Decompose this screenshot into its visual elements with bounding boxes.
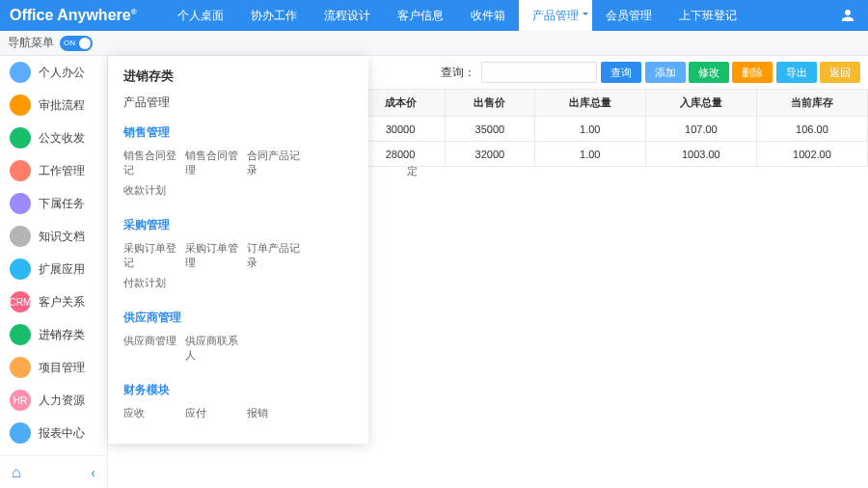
dropdown-link[interactable]: 供应商联系人 <box>185 334 247 363</box>
table-header: 出售价 <box>445 90 534 117</box>
dropdown-title: 进销存类 <box>123 68 353 85</box>
dropdown-link[interactable]: 合同产品记录 <box>247 149 309 177</box>
sidebar-item[interactable]: 工作管理 <box>0 154 107 187</box>
stray-text: 定 <box>407 164 418 178</box>
sidebar-item-icon <box>10 62 31 83</box>
product-dropdown-menu: 进销存类 产品管理 销售管理销售合同登记销售合同管理合同产品记录收款计划采购管理… <box>108 56 368 444</box>
sidebar-item[interactable]: HR人力资源 <box>0 384 107 417</box>
collapse-icon[interactable]: ‹ <box>91 465 95 480</box>
sidebar-item-icon <box>10 95 31 116</box>
topnav-item[interactable]: 流程设计 <box>311 0 384 31</box>
topnav: 个人桌面协办工作流程设计客户信息收件箱产品管理会员管理上下班登记 <box>164 0 837 31</box>
sidebar-item-icon <box>10 324 31 345</box>
user-icon[interactable] <box>837 5 858 26</box>
dropdown-link[interactable]: 采购订单管理 <box>185 241 247 270</box>
sidebar-item-label: 下属任务 <box>39 196 85 212</box>
sidebar-item[interactable]: 审批流程 <box>0 89 107 122</box>
sidebar-item-icon: HR <box>10 390 31 411</box>
sidebar-item-icon <box>10 357 31 378</box>
search-input[interactable] <box>481 62 597 83</box>
sidebar-item[interactable]: 个人办公 <box>0 56 107 89</box>
toolbar-button[interactable]: 修改 <box>689 62 729 83</box>
dropdown-link[interactable]: 供应商管理 <box>123 334 185 363</box>
sidebar-item-icon <box>10 193 31 214</box>
subbar: 导航菜单 ON <box>0 31 868 56</box>
sidebar-item[interactable]: 下属任务 <box>0 187 107 220</box>
dropdown-group-head: 采购管理 <box>123 217 353 233</box>
sidebar-item-label: 公文收发 <box>39 130 85 147</box>
content-area: 查询： 查询 添加 修改 删除 导出 返回 产品编码产品类别成本价出售价出库总量… <box>108 56 868 488</box>
table-header: 出库总量 <box>534 90 645 117</box>
dropdown-link[interactable]: 销售合同管理 <box>185 149 247 177</box>
table-cell: 106.00 <box>756 117 867 142</box>
sidebar-item-label: 知识文档 <box>39 229 85 245</box>
sidebar-item-label: 扩展应用 <box>39 261 85 278</box>
sidebar-item-label: 报表中心 <box>39 425 85 442</box>
sidebar-item-icon <box>10 258 31 280</box>
topbar: Office Anywhere® 个人桌面协办工作流程设计客户信息收件箱产品管理… <box>0 0 868 31</box>
dropdown-link[interactable]: 付款计划 <box>123 276 185 290</box>
sidebar-item[interactable]: 报表中心 <box>0 417 107 449</box>
table-header: 当前库存 <box>756 90 867 117</box>
table-cell: 1.00 <box>534 117 645 142</box>
sidebar-item-label: 人力资源 <box>39 393 85 409</box>
toolbar-button[interactable]: 查询 <box>601 62 641 83</box>
table-cell: 1002.00 <box>756 142 867 167</box>
sidebar-item-label: 审批流程 <box>39 97 85 114</box>
nav-toggle[interactable]: ON <box>60 36 93 51</box>
sidebar-item[interactable]: 扩展应用 <box>0 253 107 285</box>
topnav-item[interactable]: 客户信息 <box>384 0 457 31</box>
logo: Office Anywhere® <box>10 7 164 24</box>
table-cell: 1003.00 <box>645 142 756 167</box>
sidebar-item[interactable]: CRM客户关系 <box>0 285 107 318</box>
dropdown-group-head: 销售管理 <box>123 124 353 141</box>
toolbar-button[interactable]: 删除 <box>732 62 773 83</box>
dropdown-link[interactable]: 订单产品记录 <box>247 241 309 270</box>
table-header: 成本价 <box>356 90 446 117</box>
dropdown-group-head: 财务模块 <box>123 382 353 398</box>
topnav-item[interactable]: 协办工作 <box>237 0 311 31</box>
sidebar-item-label: 项目管理 <box>39 360 85 376</box>
sidebar-item[interactable]: 进销存类 <box>0 318 107 351</box>
sidebar: 个人办公审批流程公文收发工作管理下属任务知识文档扩展应用CRM客户关系进销存类项… <box>0 56 108 488</box>
table-cell: 107.00 <box>645 117 756 142</box>
home-icon[interactable]: ⌂ <box>12 464 21 481</box>
table-cell: 35000 <box>445 117 534 142</box>
sidebar-item-icon <box>10 422 31 444</box>
sidebar-item-icon <box>10 127 31 149</box>
sidebar-item-icon <box>10 160 31 181</box>
table-cell: 30000 <box>356 117 446 142</box>
table-header: 入库总量 <box>645 90 756 117</box>
nav-menu-label: 导航菜单 <box>8 35 54 51</box>
sidebar-item-label: 工作管理 <box>39 163 85 179</box>
topnav-item[interactable]: 收件箱 <box>457 0 519 31</box>
sidebar-item[interactable]: 知识文档 <box>0 220 107 253</box>
table-cell: 32000 <box>445 142 534 167</box>
dropdown-link[interactable]: 收款计划 <box>123 183 185 198</box>
toolbar-button[interactable]: 返回 <box>820 62 860 83</box>
topnav-item[interactable]: 上下班登记 <box>665 0 750 31</box>
dropdown-group-head: 供应商管理 <box>123 310 353 326</box>
table-cell: 1.00 <box>534 142 645 167</box>
toolbar-button[interactable]: 添加 <box>645 62 686 83</box>
dropdown-link[interactable]: 销售合同登记 <box>123 149 185 177</box>
search-label: 查询： <box>441 65 475 81</box>
sidebar-item[interactable]: 项目管理 <box>0 351 107 384</box>
sidebar-item-label: 个人办公 <box>39 65 85 81</box>
sidebar-item-icon: CRM <box>10 291 31 312</box>
toolbar-button[interactable]: 导出 <box>776 62 817 83</box>
sidebar-footer: ⌂ ‹ <box>0 455 107 488</box>
sidebar-item-label: 客户关系 <box>39 294 85 311</box>
table-cell: 28000 <box>356 142 446 167</box>
topnav-item[interactable]: 产品管理 <box>519 0 592 31</box>
dropdown-link[interactable]: 应收 <box>123 406 185 420</box>
sidebar-item[interactable]: 公文收发 <box>0 122 107 154</box>
dropdown-link[interactable]: 报销 <box>247 406 309 420</box>
topnav-item[interactable]: 会员管理 <box>592 0 665 31</box>
dropdown-item[interactable]: 产品管理 <box>123 95 353 111</box>
dropdown-link[interactable]: 采购订单登记 <box>123 241 185 270</box>
sidebar-item-label: 进销存类 <box>39 327 85 343</box>
sidebar-item-icon <box>10 226 31 247</box>
topnav-item[interactable]: 个人桌面 <box>164 0 237 31</box>
dropdown-link[interactable]: 应付 <box>185 406 247 420</box>
